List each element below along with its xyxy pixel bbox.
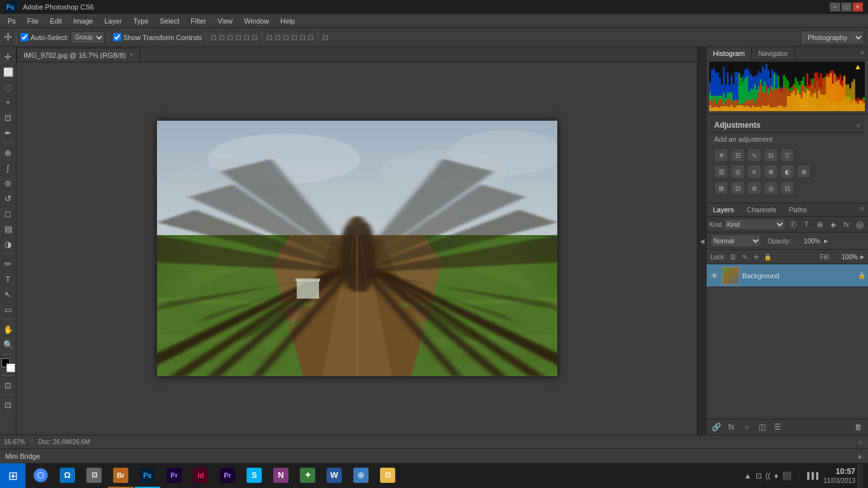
taskbar-word[interactable]: W — [322, 464, 347, 488]
lasso-tool[interactable]: ◌ — [1, 80, 15, 94]
adjustments-expand[interactable]: ≡ — [857, 122, 860, 129]
lock-position-icon[interactable]: ✛ — [751, 252, 761, 262]
shape-tool[interactable]: ▭ — [1, 302, 15, 316]
window-controls[interactable]: − □ ✕ — [830, 3, 863, 11]
delete-layer-button[interactable]: 🗑 — [851, 421, 865, 433]
menu-view[interactable]: View — [213, 16, 238, 26]
extra-icon-1[interactable]: ⊡ — [322, 33, 329, 42]
layer-visibility-icon[interactable]: 👁 — [709, 271, 719, 281]
tray-expand-icon[interactable]: ▲ — [744, 471, 752, 480]
filter-toggle[interactable]: ◎ — [854, 219, 865, 230]
tray-volume-icon[interactable]: ♦ — [775, 471, 778, 480]
filter-icon-2[interactable]: T — [801, 219, 812, 230]
new-group-button[interactable]: ◫ — [755, 421, 769, 433]
crop-tool[interactable]: ⊡ — [1, 111, 15, 125]
filter-icon-3[interactable]: ⊞ — [814, 219, 825, 230]
menu-file[interactable]: File — [22, 16, 44, 26]
marquee-tool[interactable]: ⬜ — [1, 65, 15, 79]
layers-expand[interactable]: ≡ — [857, 203, 868, 216]
maximize-button[interactable]: □ — [841, 3, 851, 11]
add-style-button[interactable]: fx — [724, 421, 738, 433]
add-link-button[interactable]: 🔗 — [709, 421, 723, 433]
taskbar-chrome[interactable] — [28, 464, 53, 488]
close-button[interactable]: ✕ — [853, 3, 863, 11]
threshold-icon[interactable]: ⊘ — [747, 181, 761, 195]
opacity-input[interactable] — [795, 236, 820, 246]
hsl-icon[interactable]: ☰ — [714, 165, 728, 179]
lock-transparent-icon[interactable]: ☰ — [728, 252, 738, 262]
canvas-container[interactable] — [17, 62, 697, 435]
selective-color-icon[interactable]: ⊡ — [780, 181, 794, 195]
curves-icon[interactable]: ∿ — [747, 148, 761, 162]
opacity-arrow[interactable]: ▸ — [824, 236, 828, 245]
color-lookup-icon[interactable]: ⊛ — [797, 165, 811, 179]
vibrance-icon[interactable]: ▽ — [780, 148, 794, 162]
align-icon-4[interactable]: ⊡ — [235, 33, 241, 42]
histogram-expand[interactable]: ≡ — [857, 47, 868, 60]
distribute-icon-6[interactable]: ⊡ — [308, 33, 314, 42]
levels-icon[interactable]: ☷ — [731, 148, 745, 162]
tray-wifi-icon[interactable]: (( — [766, 471, 771, 480]
menu-filter[interactable]: Filter — [186, 16, 211, 26]
taskbar-premiere[interactable]: Pr — [161, 464, 187, 488]
align-icon-6[interactable]: ⊡ — [252, 33, 258, 42]
filter-icon-4[interactable]: ◈ — [827, 219, 839, 230]
adjustments-header[interactable]: Adjustments ≡ — [710, 118, 864, 133]
menu-window[interactable]: Window — [239, 16, 274, 26]
type-tool[interactable]: T — [1, 272, 15, 286]
zoom-tool[interactable]: 🔍 — [1, 337, 15, 351]
align-icon-3[interactable]: ⊡ — [227, 33, 233, 42]
workspace-select[interactable]: Photography — [801, 30, 864, 44]
taskbar-outlook[interactable]: Ω — [55, 464, 80, 488]
brush-tool[interactable]: ∫ — [1, 161, 15, 175]
posterize-icon[interactable]: ⊡ — [731, 181, 745, 195]
taskbar-photoshop[interactable]: Ps — [135, 464, 160, 488]
show-transform-checkbox[interactable] — [113, 33, 121, 41]
distribute-icon-2[interactable]: ⊡ — [275, 33, 281, 42]
distribute-icon-1[interactable]: ⊡ — [266, 33, 273, 42]
clock-area[interactable]: 10:57 11/03/2013 — [824, 467, 855, 484]
distribute-icon-5[interactable]: ⊡ — [299, 33, 306, 42]
taskbar-bridge[interactable]: Br — [108, 464, 133, 488]
tab-navigator[interactable]: Navigator — [752, 47, 795, 60]
menu-edit[interactable]: Edit — [45, 16, 67, 26]
menu-ps[interactable]: Ps — [3, 16, 21, 26]
menu-type[interactable]: Type — [128, 16, 154, 26]
auto-select-checkbox[interactable] — [20, 33, 29, 41]
tab-paths[interactable]: Paths — [783, 203, 813, 216]
blend-mode-select[interactable]: Normal — [710, 234, 761, 247]
taskbar-premiere-pro[interactable]: Pr — [215, 464, 240, 488]
quick-select-tool[interactable]: ⚬ — [1, 95, 15, 109]
hand-tool[interactable]: ✋ — [1, 322, 15, 336]
pen-tool[interactable]: ✏ — [1, 257, 15, 271]
add-mask-button[interactable]: ○ — [740, 421, 754, 433]
history-brush-tool[interactable]: ↺ — [1, 191, 15, 205]
exposure-icon[interactable]: ⊡ — [764, 148, 778, 162]
right-panel-toggle[interactable]: ◀ — [697, 47, 706, 435]
eraser-tool[interactable]: ◻ — [1, 207, 15, 220]
tray-icon-1[interactable]: ⊡ — [756, 471, 762, 480]
distribute-icon-4[interactable]: ⊡ — [291, 33, 297, 42]
screen-mode-button[interactable]: ⊡ — [1, 398, 15, 412]
color-balance-icon[interactable]: ◎ — [731, 165, 745, 179]
tab-histogram[interactable]: Histogram — [707, 47, 752, 60]
zoom-icon[interactable]: ⊡ — [29, 438, 34, 445]
status-arrow[interactable]: ▶ — [859, 438, 864, 445]
fill-input[interactable] — [832, 252, 858, 262]
bw-icon[interactable]: ≡ — [747, 165, 761, 179]
distribute-icon-3[interactable]: ⊡ — [283, 33, 289, 42]
group-select[interactable]: Group — [71, 31, 105, 44]
tray-battery-icon[interactable]: ⬛ — [782, 471, 792, 480]
align-icon-5[interactable]: ⊡ — [243, 33, 250, 42]
taskbar-indesign[interactable]: Id — [188, 464, 214, 488]
document-tab[interactable]: IMG_9702.jpg @ 16.7% (RGB/8) × — [17, 48, 140, 62]
tab-channels[interactable]: Channels — [740, 203, 782, 216]
align-icon-2[interactable]: ⊡ — [219, 33, 225, 42]
lock-image-icon[interactable]: ✎ — [740, 252, 750, 262]
taskbar-app-11[interactable]: ✦ — [295, 464, 320, 488]
layer-background[interactable]: 👁 Background 🔒 — [707, 264, 868, 287]
start-button[interactable]: ⊞ — [0, 463, 25, 489]
gradient-tool[interactable]: ▤ — [1, 222, 15, 236]
menu-layer[interactable]: Layer — [99, 16, 127, 26]
tab-close-button[interactable]: × — [130, 51, 133, 58]
